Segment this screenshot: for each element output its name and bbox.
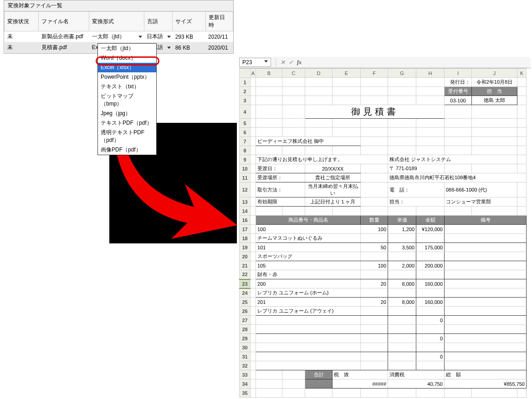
cell[interactable] <box>445 207 472 216</box>
cell[interactable] <box>256 379 282 389</box>
cell[interactable] <box>416 78 445 87</box>
col-header[interactable]: E <box>332 69 361 78</box>
cell[interactable] <box>388 137 416 146</box>
cell[interactable] <box>445 243 527 252</box>
cell[interactable] <box>361 128 388 137</box>
cell[interactable] <box>251 279 256 288</box>
cell[interactable] <box>445 252 527 261</box>
cell[interactable]: 0 <box>416 352 445 361</box>
cell[interactable]: 3,500 <box>388 243 416 252</box>
cell[interactable] <box>361 288 388 298</box>
cell[interactable]: 御見積書 <box>305 105 445 119</box>
cell[interactable] <box>445 261 527 270</box>
cell[interactable]: レプリカ ユニフォーム (ホーム) <box>256 288 361 298</box>
cell[interactable] <box>388 96 416 105</box>
cell[interactable] <box>361 316 388 325</box>
dropdown-item[interactable]: テキストPDF（pdf） <box>98 118 156 128</box>
cell[interactable] <box>388 119 416 128</box>
cell[interactable] <box>361 173 388 182</box>
row-header[interactable]: 14 <box>240 207 251 216</box>
cell[interactable]: ##### <box>332 379 388 389</box>
cell[interactable]: 財布・赤 <box>256 270 361 279</box>
row-header[interactable]: 8 <box>240 146 251 155</box>
cell[interactable] <box>361 119 388 128</box>
cell[interactable] <box>361 96 388 105</box>
col-header[interactable]: A <box>251 69 256 78</box>
cell[interactable] <box>251 137 256 146</box>
cell[interactable]: 電 話： <box>388 182 445 197</box>
row-header[interactable]: 25 <box>240 298 251 307</box>
row-header[interactable]: 19 <box>240 243 251 252</box>
cell[interactable] <box>472 137 517 146</box>
cell[interactable] <box>388 343 416 352</box>
row-header[interactable]: 32 <box>240 361 251 370</box>
col-header[interactable]: J <box>472 69 517 78</box>
cell[interactable] <box>416 389 445 398</box>
cell[interactable] <box>416 207 445 216</box>
cell[interactable] <box>472 146 517 155</box>
cell[interactable] <box>445 234 527 243</box>
cell[interactable]: 貴社ご指定場所 <box>305 173 361 182</box>
cell[interactable]: スポーツバッグ <box>256 252 361 261</box>
cell[interactable]: 100 <box>361 225 388 234</box>
cell[interactable] <box>305 78 332 87</box>
cell[interactable] <box>416 343 445 352</box>
col-header[interactable]: I <box>445 69 472 78</box>
cell[interactable]: 金額 <box>416 216 445 225</box>
cell[interactable] <box>472 119 517 128</box>
cell[interactable] <box>251 325 256 334</box>
cell[interactable] <box>282 96 305 105</box>
cell[interactable] <box>332 96 361 105</box>
row-header[interactable]: 6 <box>240 128 251 137</box>
cancel-icon[interactable]: ✕ <box>279 59 287 66</box>
cell[interactable] <box>251 261 256 270</box>
cell[interactable]: 20/XX/XX <box>305 164 361 173</box>
cell[interactable]: チームマスコットぬいぐるみ <box>256 234 361 243</box>
cell[interactable]: 税 抜 <box>332 370 388 379</box>
cell[interactable]: 消費税 <box>388 370 445 379</box>
dropdown-item[interactable]: 一太郎（jtd） <box>98 44 156 53</box>
row-header[interactable]: 34 <box>240 379 251 389</box>
cell[interactable] <box>332 87 361 96</box>
cell[interactable] <box>416 87 445 96</box>
cell[interactable] <box>517 105 527 119</box>
cell[interactable] <box>388 307 416 316</box>
row-header[interactable]: 5 <box>240 119 251 128</box>
cell[interactable]: 数量 <box>361 216 388 225</box>
cell[interactable]: 8,000 <box>388 298 416 307</box>
cell[interactable] <box>251 155 256 164</box>
cell[interactable] <box>305 389 332 398</box>
cell[interactable]: 下記の通りお見積もり申し上げます。 <box>256 155 388 164</box>
cell[interactable] <box>416 325 445 334</box>
cell[interactable] <box>388 361 416 370</box>
cell[interactable] <box>472 128 517 137</box>
cell[interactable] <box>305 87 332 96</box>
cell[interactable] <box>251 105 256 119</box>
cell[interactable]: 当月末締め翌々月末払い <box>305 182 361 197</box>
cell[interactable] <box>251 225 256 234</box>
cell[interactable] <box>251 216 256 225</box>
cell[interactable] <box>388 234 416 243</box>
cell[interactable] <box>251 182 256 197</box>
cell[interactable]: 8,000 <box>388 279 416 288</box>
cell[interactable] <box>361 197 388 207</box>
col-name[interactable]: ファイル名 <box>39 12 89 31</box>
dropdown-item[interactable]: 画像PDF（pdf） <box>98 145 156 155</box>
cell[interactable] <box>361 87 388 96</box>
cell[interactable] <box>361 78 388 87</box>
cell[interactable]: 200 <box>256 279 361 288</box>
cell[interactable] <box>388 87 416 96</box>
chevron-down-icon[interactable] <box>138 35 142 38</box>
cell[interactable] <box>256 361 361 370</box>
cell[interactable] <box>282 379 305 389</box>
cell[interactable] <box>251 307 256 316</box>
col-header[interactable]: C <box>282 69 305 78</box>
cell[interactable] <box>445 361 527 370</box>
dropdown-item[interactable]: テキスト（txt） <box>98 82 156 91</box>
cell[interactable]: 40,750 <box>388 379 445 389</box>
cell[interactable] <box>332 78 361 87</box>
cell[interactable] <box>251 87 256 96</box>
cell[interactable] <box>416 252 445 261</box>
cell[interactable]: 受渡場所： <box>256 173 305 182</box>
cell[interactable] <box>361 325 388 334</box>
